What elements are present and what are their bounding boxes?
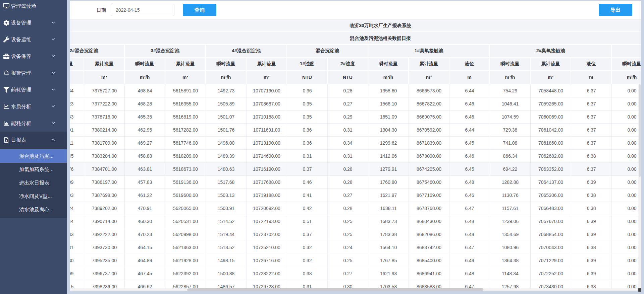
svg-text:x: x [5,139,7,142]
